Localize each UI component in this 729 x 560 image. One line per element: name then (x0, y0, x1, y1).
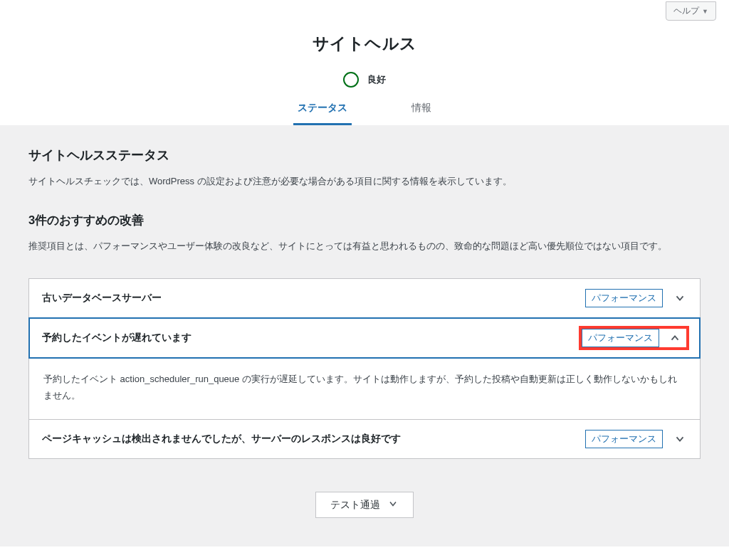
body: サイトヘルスステータス サイトヘルスチェックでは、WordPress の設定およ… (0, 125, 729, 546)
header: サイトヘルス 良好 ステータス 情報 (0, 0, 729, 125)
accordion-item[interactable]: 古いデータベースサーバー パフォーマンス (28, 278, 701, 318)
chevron-down-icon (673, 432, 687, 446)
tests-passed-label: テスト通過 (330, 499, 380, 512)
health-indicator-label: 良好 (367, 73, 386, 86)
performance-badge: パフォーマンス (585, 289, 663, 307)
caret-down-icon: ▼ (702, 8, 708, 15)
accordion-item[interactable]: 予約したイベントが遅れています パフォーマンス (28, 317, 701, 359)
accordion-title: 古いデータベースサーバー (42, 292, 585, 305)
tests-passed-button[interactable]: テスト通過 (315, 492, 414, 518)
performance-badge: パフォーマンス (582, 329, 659, 347)
accordion-title: 予約したイベントが遅れています (42, 332, 581, 344)
accordion-item[interactable]: ページキャッシュは検出されませんでしたが、サーバーのレスポンスは良好です パフォ… (28, 419, 701, 459)
chevron-down-icon (387, 498, 399, 512)
health-indicator: 良好 (0, 72, 729, 88)
tab-status[interactable]: ステータス (293, 95, 352, 125)
accordion-list: 古いデータベースサーバー パフォーマンス 予約したイベントが遅れています パフォ… (28, 278, 701, 460)
tab-info[interactable]: 情報 (407, 95, 436, 125)
status-section-desc: サイトヘルスチェックでは、WordPress の設定および注意が必要な場合がある… (28, 174, 701, 189)
performance-badge: パフォーマンス (585, 430, 663, 448)
accordion-detail: 予約したイベント action_scheduler_run_queue の実行が… (28, 359, 701, 421)
status-section-title: サイトヘルスステータス (28, 147, 701, 164)
page-title: サイトヘルス (0, 33, 729, 55)
recommendations-desc: 推奨項目とは、パフォーマンスやユーザー体験の改良など、サイトにとっては有益と思わ… (28, 238, 701, 253)
highlight-annotation: パフォーマンス (579, 326, 689, 350)
chevron-up-icon (668, 331, 682, 345)
health-circle-icon (343, 72, 359, 88)
accordion-title: ページキャッシュは検出されませんでしたが、サーバーのレスポンスは良好です (42, 433, 585, 445)
tabs: ステータス 情報 (0, 95, 729, 125)
help-tab[interactable]: ヘルプ ▼ (666, 1, 716, 21)
help-label: ヘルプ (673, 5, 699, 17)
recommendations-title: 3件のおすすめの改善 (28, 213, 701, 228)
chevron-down-icon (673, 291, 687, 305)
